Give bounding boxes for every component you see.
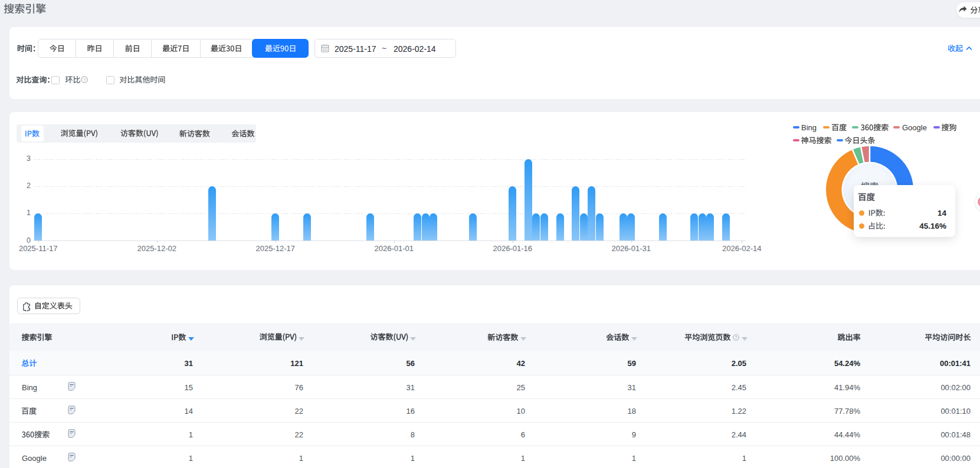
- svg-text:?: ?: [83, 77, 86, 83]
- svg-text:?: ?: [735, 334, 737, 340]
